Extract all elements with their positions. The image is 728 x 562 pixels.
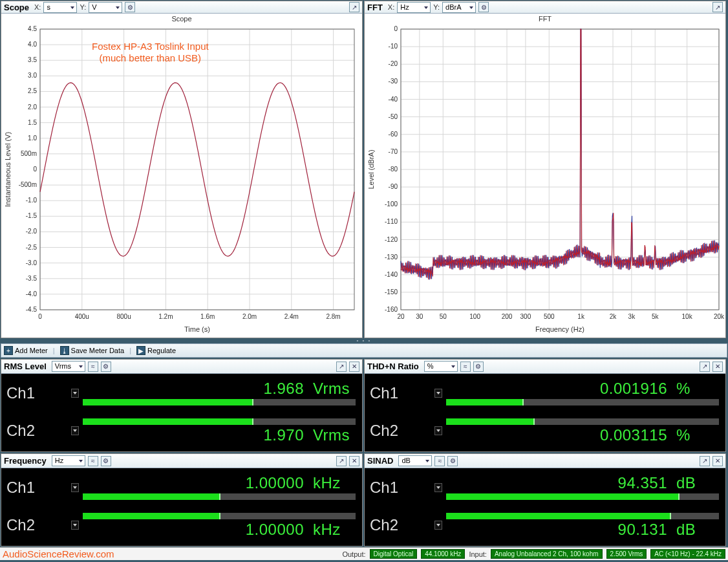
thdn-unit-select[interactable]: % bbox=[424, 361, 458, 372]
trend-icon[interactable]: ≈ bbox=[460, 362, 471, 372]
ch2-dropdown[interactable] bbox=[434, 521, 442, 530]
svg-text:-50: -50 bbox=[389, 113, 398, 120]
ch1-dropdown[interactable] bbox=[434, 389, 442, 398]
svg-text:-130: -130 bbox=[385, 254, 398, 261]
add-meter-button[interactable]: +Add Meter bbox=[4, 346, 48, 355]
scope-y-unit-select[interactable]: V bbox=[89, 2, 122, 13]
scope-chart-title: Scope bbox=[1, 15, 362, 23]
ch1-dropdown[interactable] bbox=[71, 483, 79, 492]
save-meter-button[interactable]: ⭳Save Meter Data bbox=[60, 346, 125, 355]
svg-text:30: 30 bbox=[416, 313, 423, 320]
ch2-label: Ch2 bbox=[4, 422, 71, 440]
ch1-label: Ch1 bbox=[367, 479, 434, 497]
svg-text:-90: -90 bbox=[389, 183, 398, 190]
ch2-label: Ch2 bbox=[367, 516, 434, 534]
svg-text:-4.5: -4.5 bbox=[26, 306, 37, 313]
sinad-ch2-bar bbox=[446, 513, 670, 519]
rms-ch2-value: 1.970Vrms bbox=[83, 426, 359, 444]
input-label: Input: bbox=[469, 550, 487, 558]
close-icon[interactable]: ✕ bbox=[712, 456, 723, 466]
scope-x-label: X: bbox=[34, 3, 41, 11]
thdn-panel: THD+N Ratio % ≈ ⚙ ↗ ✕ Ch1 0.001916% Ch2 bbox=[364, 359, 726, 452]
regulate-button[interactable]: ▶Regulate bbox=[136, 346, 176, 355]
svg-text:-160: -160 bbox=[385, 306, 398, 313]
close-icon[interactable]: ✕ bbox=[349, 456, 359, 466]
popout-icon[interactable]: ↗ bbox=[700, 456, 710, 466]
svg-text:500m: 500m bbox=[21, 150, 37, 157]
splitter[interactable]: • • • bbox=[0, 339, 728, 343]
svg-text:1.6m: 1.6m bbox=[200, 313, 215, 320]
svg-text:20: 20 bbox=[397, 313, 405, 320]
popout-icon[interactable]: ↗ bbox=[336, 456, 347, 466]
gear-icon[interactable]: ⚙ bbox=[101, 456, 111, 466]
scope-chart[interactable]: Scope 4.54.03.53.02.52.01.51.0500m0-500m… bbox=[1, 14, 362, 338]
fft-x-unit-select[interactable]: Hz bbox=[397, 2, 431, 13]
svg-text:-40: -40 bbox=[389, 96, 398, 103]
status-bar: AudioScienceReview.com Output: Digital O… bbox=[0, 547, 728, 560]
gear-icon[interactable]: ⚙ bbox=[125, 2, 135, 12]
popout-icon[interactable]: ↗ bbox=[336, 362, 347, 372]
popout-icon[interactable]: ↗ bbox=[349, 2, 359, 12]
trend-icon[interactable]: ≈ bbox=[434, 456, 445, 466]
svg-text:-70: -70 bbox=[389, 148, 398, 155]
scope-header: Scope X: s Y: V ⚙ ↗ bbox=[1, 1, 362, 14]
rms-ch2-row: Ch2 1.970Vrms bbox=[4, 413, 359, 449]
output-label: Output: bbox=[342, 550, 365, 558]
frequency-panel: Frequency Hz ≈ ⚙ ↗ ✕ Ch1 1.00000kHz Ch2 bbox=[1, 453, 363, 546]
svg-text:5k: 5k bbox=[652, 313, 659, 320]
svg-text:500: 500 bbox=[544, 313, 555, 320]
fft-chart[interactable]: FFT 0-10-20-30-40-50-60-70-80-90-100-110… bbox=[365, 14, 725, 338]
popout-icon[interactable]: ↗ bbox=[712, 2, 723, 12]
ch1-dropdown[interactable] bbox=[434, 483, 442, 492]
gear-icon[interactable]: ⚙ bbox=[473, 362, 484, 372]
svg-text:2.5: 2.5 bbox=[28, 87, 37, 94]
gear-icon[interactable]: ⚙ bbox=[478, 2, 489, 12]
close-icon[interactable]: ✕ bbox=[349, 362, 359, 372]
svg-text:-3.5: -3.5 bbox=[26, 275, 37, 282]
svg-text:3k: 3k bbox=[628, 313, 636, 320]
freq-ch1-value: 1.00000kHz bbox=[83, 474, 359, 492]
svg-text:800u: 800u bbox=[116, 313, 131, 320]
ch1-label: Ch1 bbox=[4, 479, 71, 497]
svg-text:-10: -10 bbox=[389, 43, 398, 50]
svg-text:-60: -60 bbox=[389, 131, 398, 138]
ch1-dropdown[interactable] bbox=[71, 389, 79, 398]
fft-y-unit-select[interactable]: dBrA bbox=[442, 2, 476, 13]
close-icon[interactable]: ✕ bbox=[712, 362, 723, 372]
output-rate-badge[interactable]: 44.1000 kHz bbox=[421, 549, 465, 559]
gear-icon[interactable]: ⚙ bbox=[447, 456, 458, 466]
rms-ch2-bar bbox=[83, 418, 252, 425]
rms-unit-select[interactable]: Vrms bbox=[52, 361, 85, 372]
gear-icon[interactable]: ⚙ bbox=[101, 362, 111, 372]
ch2-label: Ch2 bbox=[4, 516, 71, 534]
svg-text:-4.0: -4.0 bbox=[26, 290, 37, 297]
freq-title: Frequency bbox=[4, 456, 47, 466]
ch2-dropdown[interactable] bbox=[71, 426, 79, 435]
meter-toolbar: +Add Meter | ⭳Save Meter Data | ▶Regulat… bbox=[1, 343, 727, 358]
popout-icon[interactable]: ↗ bbox=[700, 362, 710, 372]
scope-annotation: Fostex HP-A3 Toslink Input (much better … bbox=[92, 41, 209, 64]
thdn-title: THD+N Ratio bbox=[367, 362, 419, 371]
freq-unit-select[interactable]: Hz bbox=[52, 455, 85, 466]
svg-text:-150: -150 bbox=[385, 288, 398, 296]
rms-title: RMS Level bbox=[4, 362, 47, 371]
input-vrms-badge[interactable]: 2.500 Vrms bbox=[606, 549, 647, 559]
svg-text:20k: 20k bbox=[714, 313, 725, 320]
trend-icon[interactable]: ≈ bbox=[88, 456, 98, 466]
scope-x-unit-select[interactable]: s bbox=[43, 2, 77, 13]
scope-panel: Scope X: s Y: V ⚙ ↗ Scope 4.54.03.53.02.… bbox=[1, 1, 363, 338]
ch2-dropdown[interactable] bbox=[434, 426, 442, 435]
ch2-dropdown[interactable] bbox=[71, 521, 79, 530]
scope-title: Scope bbox=[4, 3, 29, 12]
trend-icon[interactable]: ≈ bbox=[88, 362, 98, 372]
svg-text:-1.0: -1.0 bbox=[26, 197, 37, 204]
svg-text:4.0: 4.0 bbox=[28, 41, 37, 48]
freq-ch2-value: 1.00000kHz bbox=[83, 521, 359, 539]
sinad-ch1-bar bbox=[446, 493, 678, 500]
output-value-badge[interactable]: Digital Optical bbox=[370, 549, 418, 559]
sinad-unit-select[interactable]: dB bbox=[398, 455, 432, 466]
input-bw-badge[interactable]: AC (<10 Hz) - 22.4 kHz bbox=[650, 549, 725, 559]
input-value-badge[interactable]: Analog Unbalanced 2 Ch, 100 kohm bbox=[491, 549, 603, 559]
fft-y-label: Y: bbox=[433, 3, 440, 11]
svg-text:Instantaneous Level (V): Instantaneous Level (V) bbox=[4, 132, 12, 207]
